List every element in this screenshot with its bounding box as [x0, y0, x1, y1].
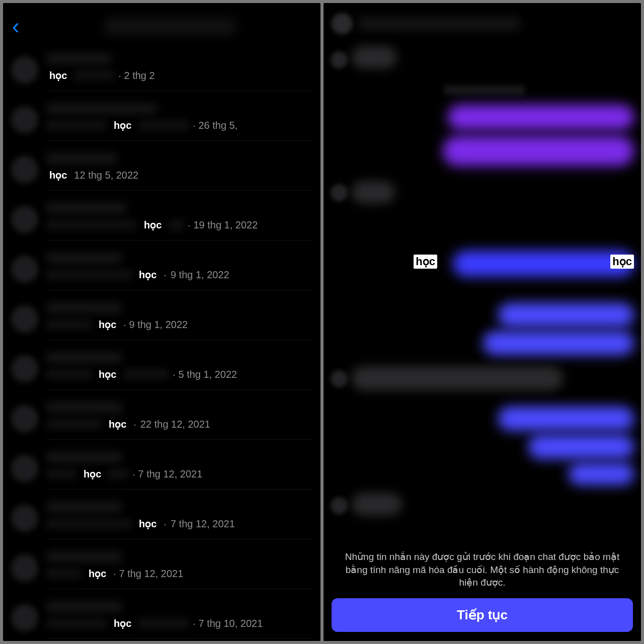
contact-name — [46, 203, 127, 214]
search-highlight: học — [96, 367, 119, 381]
separator: · — [164, 518, 167, 530]
search-result-row[interactable]: học· 2 thg 2 — [3, 47, 320, 97]
incoming-bubble — [352, 493, 402, 515]
message-date: · 7 thg 12, 2021 — [113, 568, 183, 580]
row-body: học · 7 thg 12, 2021 — [46, 502, 312, 539]
row-body: học· 5 thg 1, 2022 — [46, 352, 312, 390]
snippet-text — [46, 568, 82, 579]
outgoing-bubble — [498, 303, 634, 327]
snippet-text — [74, 70, 114, 81]
contact-name — [46, 601, 122, 612]
separator: · — [133, 419, 136, 430]
back-icon[interactable]: ‹ — [12, 15, 20, 37]
snippet-text — [108, 468, 128, 479]
search-result-row[interactable]: học · 9 thg 1, 2022 — [3, 247, 320, 296]
outgoing-bubble — [453, 251, 634, 277]
message-date: · 2 thg 2 — [118, 70, 154, 82]
snippet-text — [138, 120, 189, 131]
row-body: học · 9 thg 1, 2022 — [46, 253, 312, 290]
results-list: học· 2 thg 2học· 26 thg 5,học12 thg 5, 2… — [3, 47, 320, 641]
snippet-text — [46, 319, 92, 330]
row-body: học· 7 thg 10, 2021 — [46, 601, 312, 639]
search-highlight: học — [136, 268, 159, 282]
incoming-bubble — [352, 181, 395, 203]
continue-button[interactable]: Tiếp tục — [332, 598, 633, 632]
outgoing-bubble — [498, 407, 634, 431]
message-date: 9 thg 1, 2022 — [171, 269, 229, 281]
encryption-notice: Những tin nhắn này được gửi trước khi đo… — [324, 541, 641, 641]
search-result-row[interactable]: học· 7 thg 12, 2021 — [3, 446, 320, 496]
search-highlight: học — [610, 255, 634, 269]
timestamp — [444, 86, 525, 95]
avatar — [331, 184, 348, 201]
message-snippet: học· 5 thg 1, 2022 — [46, 367, 312, 381]
search-result-row[interactable]: học· 7 thg 12, 2021 — [3, 545, 320, 595]
snippet-text — [46, 419, 102, 430]
contact-name — [46, 402, 122, 413]
search-result-row[interactable]: học· 9 thg 1, 2022 — [3, 296, 320, 346]
message-date: · 7 thg 12, 2021 — [132, 468, 202, 480]
search-highlight: học — [96, 317, 119, 332]
message-date: · 5 thg 1, 2022 — [173, 369, 237, 380]
search-results-pane: ‹ học· 2 thg 2học· 26 thg 5,học12 thg 5,… — [3, 3, 320, 641]
outgoing-bubble — [569, 463, 634, 485]
snippet-text — [169, 219, 184, 230]
avatar — [11, 604, 38, 631]
search-result-row[interactable]: học· 19 thg 1, 2022 — [3, 197, 320, 247]
incoming-bubble — [352, 366, 563, 390]
search-highlight: học — [141, 218, 165, 232]
search-result-row[interactable]: học· 7 thg 10, 2021 — [3, 595, 320, 641]
outgoing-bubble — [483, 331, 634, 355]
chat-title — [359, 17, 520, 30]
snippet-text — [138, 618, 189, 629]
contact-name — [46, 352, 122, 363]
row-body: học· 19 thg 1, 2022 — [46, 203, 312, 240]
search-result-row[interactable]: học· 5 thg 1, 2022 — [3, 346, 320, 396]
search-highlight: học — [86, 567, 109, 581]
contact-name — [46, 452, 122, 463]
search-result-row[interactable]: học12 thg 5, 2022 — [3, 147, 320, 197]
message-snippet: học· 26 thg 5, — [46, 118, 312, 132]
message-snippet: học · 9 thg 1, 2022 — [46, 268, 312, 282]
snippet-text — [123, 369, 169, 380]
message-date: · 26 thg 5, — [193, 120, 237, 131]
search-result-row[interactable]: học· 26 thg 5, — [3, 97, 320, 147]
chat-body[interactable]: học học — [324, 44, 641, 557]
contact-name — [46, 253, 122, 264]
separator: · — [164, 269, 167, 281]
contact-name — [46, 103, 157, 114]
snippet-text — [46, 269, 132, 280]
message-snippet: học· 7 thg 12, 2021 — [46, 567, 312, 581]
row-body: học· 7 thg 12, 2021 — [46, 551, 312, 589]
message-date: 22 thg 12, 2021 — [140, 419, 210, 430]
left-header: ‹ — [3, 3, 320, 47]
snippet-text — [46, 468, 76, 479]
search-highlight: học — [414, 255, 437, 269]
avatar — [11, 455, 38, 482]
search-highlight: học — [136, 517, 159, 531]
snippet-text — [46, 120, 107, 131]
snippet-text — [46, 369, 92, 380]
search-highlight: học — [46, 68, 70, 83]
outgoing-bubble — [528, 435, 634, 459]
search-highlight: học — [106, 417, 129, 431]
message-date: · 9 thg 1, 2022 — [123, 319, 188, 331]
search-result-row[interactable]: học · 7 thg 12, 2021 — [3, 496, 320, 545]
avatar — [11, 355, 38, 382]
message-snippet: học· 9 thg 1, 2022 — [46, 317, 312, 332]
message-date: 7 thg 12, 2021 — [171, 518, 235, 530]
notice-text: Những tin nhắn này được gửi trước khi đo… — [332, 550, 633, 589]
snippet-text — [46, 618, 107, 629]
message-snippet: học12 thg 5, 2022 — [46, 168, 312, 182]
search-highlight: học — [111, 616, 134, 630]
search-result-row[interactable]: học · 22 thg 12, 2021 — [3, 396, 320, 446]
contact-name — [46, 53, 112, 64]
message-snippet: học· 2 thg 2 — [46, 68, 312, 83]
avatar — [11, 156, 38, 183]
row-body: học· 7 thg 12, 2021 — [46, 452, 312, 490]
avatar[interactable] — [332, 13, 353, 34]
row-body: học· 26 thg 5, — [46, 103, 312, 141]
message-date: · 19 thg 1, 2022 — [188, 219, 258, 231]
row-body: học12 thg 5, 2022 — [46, 153, 312, 191]
chat-header — [324, 3, 641, 44]
